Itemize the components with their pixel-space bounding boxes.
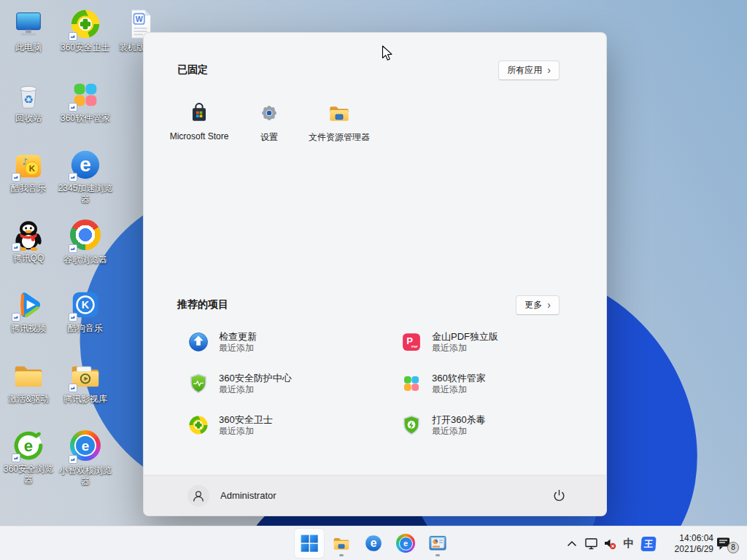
volume-muted-icon [603,537,616,550]
shortcut-arrow-icon [69,103,77,112]
power-icon [552,489,566,502]
notification-count-badge: 8 [727,542,739,553]
desktop-icon-360-safe[interactable]: 360安全卫士 [57,7,114,53]
shortcut-arrow-icon [12,313,20,322]
svg-text:e: e [80,153,90,176]
power-button[interactable] [546,483,571,508]
shortcut-arrow-icon [12,454,20,462]
desktop-icon-tencent-library[interactable]: 腾讯影视库 [57,359,114,405]
desktop-icon-tencent-video[interactable]: 腾讯视频 [0,288,57,334]
desktop-icon-chrome[interactable]: 谷歌浏览器 [57,218,114,265]
notification-center-button[interactable]: 8 [715,529,740,559]
more-button[interactable]: 更多 › [516,295,560,315]
this-pc-icon [12,7,45,41]
desktop-icon-kuwo-music[interactable]: ♪ K 酷我音乐 [0,148,57,194]
ethernet-network-icon [584,537,598,550]
desktop-icon-label: 小智双核浏览器 [57,465,114,487]
more-label: 更多 [525,299,542,311]
ime-input-method-icon: 王 [640,537,656,551]
recommended-grid: 检查更新 最近添加 P PDF 金山PDF独立版 最近添加 360安全防护中心 … [187,329,614,438]
svg-text:W: W [136,15,143,23]
pinned-app-label: 设置 [234,131,304,144]
recommended-subtitle: 最近添加 [432,343,498,354]
chrome-icon [69,219,102,253]
desktop-icon-drivers-folder[interactable]: 激活&驱动 [0,359,57,405]
taskbar-file-explorer[interactable] [327,529,356,558]
recommended-item-360-antivirus[interactable]: 打开360杀毒 最近添加 [400,412,614,438]
desktop-icon-2345-browser[interactable]: e 2345加速浏览器 [57,148,114,205]
desktop-icon-label: 360安全浏览器 [0,464,57,486]
tencent-video-icon [12,288,45,322]
desktop-icon-xiaozhi-browser[interactable]: e 小智双核浏览器 [57,429,114,487]
360-manager-icon [69,78,102,112]
user-avatar[interactable] [187,485,209,507]
desktop-icon-label: 腾讯QQ [0,253,57,264]
recommended-subtitle: 最近添加 [432,384,486,395]
taskbar: e e [0,526,747,560]
desktop-icon-label: 酷我音乐 [0,183,57,194]
all-apps-label: 所有应用 [507,64,542,77]
recommended-item-360-manager[interactable]: 360软件管家 最近添加 [400,370,614,397]
taskbar-clock[interactable]: 14:06:04 2021/6/29 [659,533,713,555]
pinned-app-label: 文件资源管理器 [304,131,374,144]
desktop-icon-label: 360软件管家 [57,113,114,124]
xiaozhi-browser-icon: e [69,430,102,464]
svg-text:K: K [29,164,36,173]
running-indicator [436,554,440,556]
2345-browser-icon: e [364,534,383,553]
svg-text:PDF: PDF [411,345,418,349]
desktop-icon-kugou-music[interactable]: K 酷狗音乐 [57,288,114,334]
recommended-title: 360软件管家 [432,372,486,384]
recommended-subtitle: 最近添加 [219,384,292,395]
file-explorer-icon [328,101,351,125]
all-apps-button[interactable]: 所有应用 › [498,61,560,80]
kingsoft-pdf-icon: P PDF [400,331,422,353]
desktop-icon-label: 谷歌浏览器 [57,254,114,265]
recommended-item-360-protection[interactable]: 360安全防护中心 最近添加 [187,370,400,397]
pinned-app-file-explorer[interactable]: 文件资源管理器 [304,96,374,157]
pinned-apps-grid: Microsoft Store 设置 文件资 [164,96,374,157]
settings-gear-icon [258,101,281,125]
recommended-item-kingsoft-pdf[interactable]: P PDF 金山PDF独立版 最近添加 [400,329,614,355]
desktop-icon-360-browser[interactable]: e 360安全浏览器 [0,429,57,486]
pinned-app-settings[interactable]: 设置 [234,96,304,157]
desktop-icon-label: 腾讯视频 [0,323,57,334]
chevron-right-icon: › [547,301,551,308]
pinned-app-label: Microsoft Store [164,131,234,141]
shortcut-arrow-icon [69,313,77,322]
taskbar-system-tool[interactable] [423,529,452,558]
desktop-icon-recycle-bin[interactable]: ♻ 回收站 [0,78,57,124]
shortcut-arrow-icon [69,32,77,41]
start-button[interactable] [295,529,324,558]
system-tray: 中 王 14:06:04 2021/6/29 8 [563,526,740,560]
chevron-up-icon [567,540,577,547]
svg-text:♻: ♻ [23,93,34,106]
desktop-icon-this-pc[interactable]: 此电脑 [0,7,57,53]
desktop-icon-qq[interactable]: 腾讯QQ [0,218,57,264]
recommended-item-check-updates[interactable]: 检查更新 最近添加 [187,329,400,355]
taskbar-xiaozhi-browser[interactable]: e [391,529,420,558]
svg-text:K: K [82,299,90,311]
person-icon [191,489,206,503]
volume-button[interactable] [601,529,619,559]
ime-mode-button[interactable]: 中 [620,529,638,559]
svg-text:e: e [371,537,377,549]
recommended-subtitle: 最近添加 [219,343,257,354]
desktop-icon-label: 激活&驱动 [0,394,57,405]
network-button[interactable] [582,529,600,559]
folder-icon [12,359,45,392]
hidden-icons-button[interactable] [563,529,581,559]
microsoft-store-icon [187,101,211,125]
ime-toolbar-button[interactable]: 王 [639,529,658,559]
kugou-music-icon: K [69,288,102,322]
pinned-app-microsoft-store[interactable]: Microsoft Store [164,96,234,157]
running-indicator [339,554,344,556]
shortcut-arrow-icon [69,384,77,392]
shortcut-arrow-icon [69,244,77,253]
taskbar-2345-browser[interactable]: e [359,529,388,558]
desktop-icon-360-manager[interactable]: 360软件管家 [57,78,114,124]
windows-logo-icon [300,534,319,553]
360-safe-icon [69,7,102,41]
recommended-item-360-safe[interactable]: 360安全卫士 最近添加 [187,412,400,438]
recommended-title: 360安全防护中心 [219,372,292,384]
